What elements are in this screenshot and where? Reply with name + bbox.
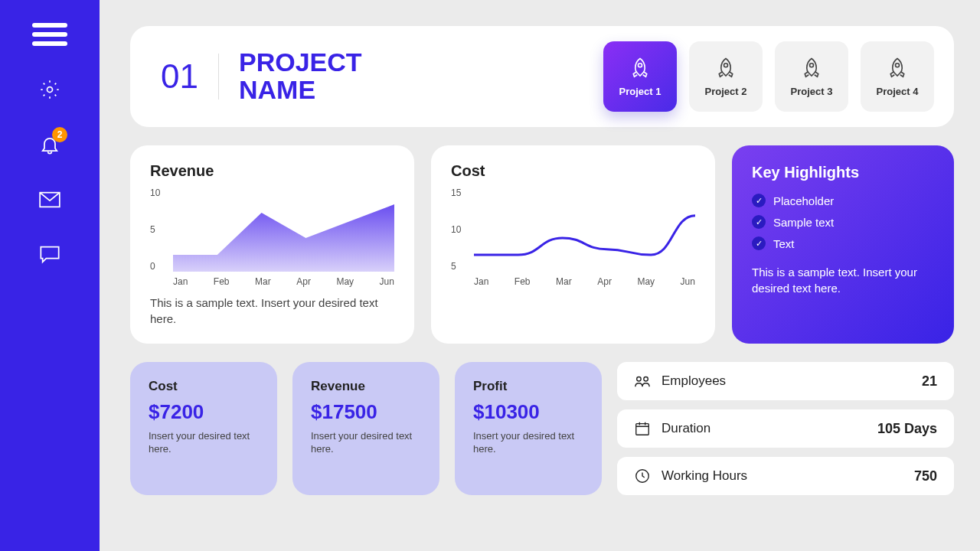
project-number: 01 <box>161 57 198 96</box>
metric-desc: Insert your desired text here. <box>311 430 421 456</box>
project-tabs: Project 1Project 2Project 3Project 4 <box>603 41 934 112</box>
highlight-item: ✓Text <box>752 236 934 250</box>
metric-value: $17500 <box>311 400 421 424</box>
check-icon: ✓ <box>752 194 766 207</box>
stat-row-employees: Employees21 <box>617 362 954 400</box>
svg-point-4 <box>810 63 814 67</box>
highlights-list: ✓Placeholder✓Sample text✓Text <box>752 194 934 250</box>
highlights-desc: This is a sample text. Insert your desir… <box>752 264 934 296</box>
header-card: 01 PROJECT NAME Project 1Project 2Projec… <box>130 26 954 127</box>
check-icon: ✓ <box>752 236 766 250</box>
calendar-icon <box>634 420 651 437</box>
stat-value: 105 Days <box>877 421 937 437</box>
metric-card-profit: Profit$10300Insert your desired text her… <box>455 362 602 495</box>
cost-title: Cost <box>451 162 695 180</box>
metric-desc: Insert your desired text here. <box>473 430 583 456</box>
stat-label: Duration <box>662 421 710 436</box>
metric-card-cost: Cost$7200Insert your desired text here. <box>130 362 277 495</box>
revenue-title: Revenue <box>150 162 394 180</box>
metric-desc: Insert your desired text here. <box>149 430 259 456</box>
stat-value: 750 <box>914 468 937 484</box>
svg-point-0 <box>47 87 53 93</box>
cost-chart: 15105JanFebMarAprMayJun <box>451 187 695 287</box>
revenue-caption: This is a sample text. Insert your desir… <box>150 295 394 327</box>
revenue-chart: 1050JanFebMarAprMayJun <box>150 187 394 287</box>
svg-rect-6 <box>636 424 649 435</box>
bell-icon[interactable]: 2 <box>38 133 61 156</box>
stat-value: 21 <box>922 373 937 390</box>
page-title: PROJECT NAME <box>239 49 362 103</box>
chat-icon[interactable] <box>38 243 61 266</box>
bottom-row: Cost$7200Insert your desired text here.R… <box>130 362 954 495</box>
project-tab-4[interactable]: Project 4 <box>861 41 934 112</box>
project-tab-1[interactable]: Project 1 <box>603 41 677 112</box>
highlight-item: ✓Sample text <box>752 215 934 229</box>
project-tab-label: Project 2 <box>705 86 747 97</box>
gear-icon[interactable] <box>38 78 61 101</box>
metric-value: $7200 <box>149 400 259 424</box>
divider <box>218 54 219 99</box>
stats-column: Employees21Duration105 DaysWorking Hours… <box>617 362 954 495</box>
stat-row-working-hours: Working Hours750 <box>617 457 954 495</box>
charts-row: Revenue 1050JanFebMarAprMayJun This is a… <box>130 145 954 344</box>
metric-label: Cost <box>149 379 259 394</box>
main-content: 01 PROJECT NAME Project 1Project 2Projec… <box>100 0 980 551</box>
clock-icon <box>634 468 651 484</box>
metric-label: Revenue <box>311 379 421 394</box>
svg-point-3 <box>724 63 728 67</box>
check-icon: ✓ <box>752 215 766 229</box>
metric-label: Profit <box>473 379 583 394</box>
stat-row-duration: Duration105 Days <box>617 409 954 448</box>
metric-value: $10300 <box>473 400 583 424</box>
metric-card-revenue: Revenue$17500Insert your desired text he… <box>292 362 439 495</box>
highlights-title: Key Highlights <box>752 164 934 181</box>
project-tab-label: Project 3 <box>791 86 833 97</box>
stat-label: Working Hours <box>662 468 747 484</box>
sidebar: 2 <box>0 0 100 551</box>
svg-point-5 <box>896 63 900 67</box>
svg-point-2 <box>639 63 642 67</box>
cost-card: Cost 15105JanFebMarAprMayJun <box>431 145 715 344</box>
project-tab-2[interactable]: Project 2 <box>689 41 763 112</box>
highlight-item: ✓Placeholder <box>752 194 934 207</box>
notification-badge: 2 <box>52 127 67 142</box>
users-icon <box>634 373 651 390</box>
menu-icon[interactable] <box>32 23 67 46</box>
project-tab-3[interactable]: Project 3 <box>775 41 848 112</box>
project-tab-label: Project 4 <box>877 86 919 97</box>
revenue-card: Revenue 1050JanFebMarAprMayJun This is a… <box>130 145 414 344</box>
project-tab-label: Project 1 <box>619 86 662 97</box>
highlights-card: Key Highlights ✓Placeholder✓Sample text✓… <box>732 145 954 344</box>
stat-label: Employees <box>662 373 726 389</box>
mail-icon[interactable] <box>38 188 61 211</box>
